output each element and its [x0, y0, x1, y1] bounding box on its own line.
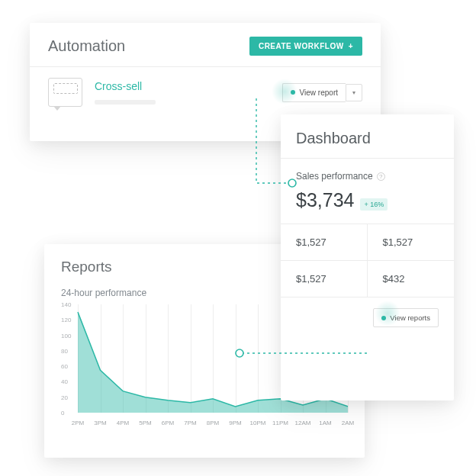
sales-performance-text: Sales performance [296, 171, 373, 182]
automation-header: Automation CREATE WORKFLOW + [30, 23, 381, 67]
view-report-label: View report [300, 88, 338, 97]
workflow-name-block: Cross-sell [95, 80, 282, 105]
dashboard-title: Dashboard [281, 114, 454, 159]
view-reports-label: View reports [390, 314, 430, 322]
automation-title: Automation [48, 37, 125, 55]
sales-performance-label: Sales performance ? [281, 159, 454, 182]
view-report-button[interactable]: View report [282, 83, 346, 102]
delta-badge: + 16% [360, 198, 388, 211]
headline-value: $3,734 [296, 189, 354, 211]
create-workflow-label: CREATE WORKFLOW [259, 42, 344, 50]
workflow-icon [48, 78, 82, 107]
view-reports-button[interactable]: View reports [373, 308, 439, 327]
status-dot-icon [291, 90, 295, 95]
workflow-name[interactable]: Cross-sell [95, 80, 282, 92]
placeholder-line [95, 100, 156, 105]
status-dot-icon [381, 316, 386, 320]
help-icon[interactable]: ? [377, 172, 385, 181]
view-report-group: View report ▾ [282, 83, 362, 102]
stat-cell: $1,527 [281, 224, 368, 261]
create-workflow-button[interactable]: CREATE WORKFLOW + [249, 37, 362, 56]
chevron-down-icon: ▾ [352, 89, 355, 96]
stat-cell: $1,527 [368, 224, 455, 261]
dashboard-footer: View reports [281, 298, 454, 338]
stat-cell: $432 [368, 261, 455, 298]
headline-row: $3,734 + 16% [281, 182, 454, 224]
reports-title: Reports [61, 259, 112, 275]
stat-cell: $1,527 [281, 261, 368, 298]
stat-grid: $1,527 $1,527 $1,527 $432 [281, 224, 454, 298]
plus-icon: + [349, 42, 353, 50]
dashboard-card: Dashboard Sales performance ? $3,734 + 1… [281, 114, 454, 400]
view-report-dropdown[interactable]: ▾ [346, 84, 362, 101]
